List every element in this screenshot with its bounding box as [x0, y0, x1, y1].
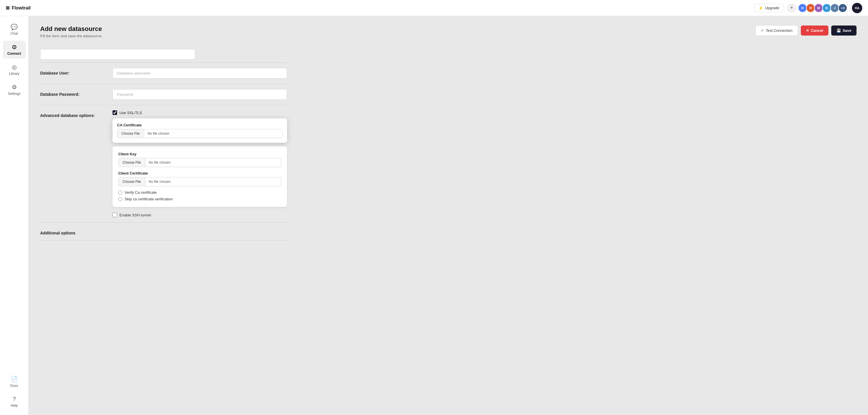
test-icon: ✓ [761, 28, 764, 33]
sidebar-item-connect-label: Connect [7, 51, 21, 56]
user-avatar: HA [852, 3, 862, 13]
enable-ssh-label[interactable]: Enable SSH tunnel [119, 213, 151, 217]
verify-ca-radio[interactable] [118, 191, 122, 195]
verify-ca-label[interactable]: Verify Ca certificate [125, 190, 157, 195]
skip-ca-row: Skip ca certificate verification [118, 197, 281, 201]
save-button[interactable]: 💾 Save [831, 26, 857, 36]
form-container: Database User: Database Password: Advanc… [40, 46, 287, 241]
ca-certificate-section: CA Certificate Choose File No file chose… [113, 118, 287, 143]
additional-options-row: Additional options [40, 223, 287, 241]
client-certificate-label: Client Certificate [118, 171, 281, 175]
help-icon: ? [12, 396, 16, 403]
sidebar-item-help[interactable]: ? Help [3, 393, 26, 410]
database-password-input[interactable] [113, 89, 287, 100]
ca-certificate-label: CA Certificate [117, 123, 282, 127]
client-key-label: Client Key [118, 152, 281, 156]
database-user-label: Database User: [40, 68, 103, 75]
cancel-icon: ✕ [806, 28, 809, 33]
upgrade-button[interactable]: ⚡ Upgrade [754, 4, 784, 12]
upgrade-label: Upgrade [765, 6, 779, 10]
client-certificate-row: Client Certificate Choose File No file c… [118, 171, 281, 186]
use-ssl-row: Use SSL/TLS [113, 110, 287, 115]
client-key-choose-btn[interactable]: Choose File [119, 158, 145, 167]
header: ⊞ Flowtrail ⚡ Upgrade + H H M B J +3 HA [0, 0, 868, 16]
page-actions: ✓ Test Connection ✕ Cancel 💾 Save [755, 25, 857, 36]
page-title-area: Add new datasource Fill the form and sav… [40, 25, 103, 38]
additional-options-label: Additional options [40, 228, 103, 235]
database-user-row: Database User: [40, 63, 287, 84]
client-key-row: Client Key Choose File No file chosen [118, 152, 281, 167]
cancel-button[interactable]: ✕ Cancel [801, 26, 828, 36]
save-label: Save [843, 28, 851, 33]
page-subtitle: Fill the form and save the datasource. [40, 34, 103, 38]
hidden-top-input [40, 49, 195, 60]
bolt-icon: ⚡ [758, 6, 763, 10]
sidebar-item-docs-label: Docs [10, 384, 18, 388]
verify-ca-row: Verify Ca certificate [118, 190, 281, 195]
use-ssl-label[interactable]: Use SSL/TLS [119, 111, 142, 115]
enable-ssh-checkbox[interactable] [113, 213, 117, 217]
sidebar-item-settings-label: Settings [8, 92, 20, 96]
sidebar: 💬 Chat ⊙ Connect ◎ Library ⚙ Settings 📄 … [0, 16, 29, 415]
page-header: Add new datasource Fill the form and sav… [40, 25, 857, 38]
sidebar-item-library-label: Library [9, 72, 20, 76]
app-name: Flowtrail [12, 5, 31, 11]
client-certificate-choose-btn[interactable]: Choose File [119, 177, 145, 186]
ssh-tunnel-row: Enable SSH tunnel [113, 213, 287, 217]
sidebar-item-chat[interactable]: 💬 Chat [3, 21, 26, 38]
advanced-options-field: Use SSL/TLS CA Certificate Choose File N… [113, 110, 287, 217]
docs-icon: 📄 [11, 376, 18, 383]
skip-ca-label[interactable]: Skip ca certificate verification [125, 197, 173, 201]
cancel-label: Cancel [811, 28, 823, 33]
ca-certificate-choose-btn[interactable]: Choose File [117, 129, 144, 138]
client-certificate-no-file: No file chosen [145, 177, 174, 186]
sidebar-item-library[interactable]: ◎ Library [3, 61, 26, 78]
sidebar-item-settings[interactable]: ⚙ Settings [3, 81, 26, 99]
skip-ca-radio[interactable] [118, 197, 122, 201]
use-ssl-checkbox[interactable] [113, 110, 117, 115]
client-key-no-file: No file chosen [145, 158, 174, 167]
client-key-file-wrapper: Choose File No file chosen [118, 158, 281, 167]
sidebar-item-help-label: Help [11, 404, 18, 408]
client-certificate-file-wrapper: Choose File No file chosen [118, 177, 281, 186]
chat-icon: 💬 [11, 24, 18, 30]
connect-icon: ⊙ [12, 43, 17, 50]
avatar-6: +3 [838, 3, 847, 12]
database-password-field [113, 89, 287, 100]
test-connection-button[interactable]: ✓ Test Connection [755, 25, 798, 36]
avatar-group: H H M B J +3 [800, 3, 847, 12]
database-password-label: Database Password: [40, 89, 103, 97]
test-connection-label: Test Connection [766, 28, 793, 33]
ssl-options-section: Client Key Choose File No file chosen Cl… [113, 146, 287, 207]
settings-icon: ⚙ [12, 84, 17, 91]
ca-certificate-file-wrapper: Choose File No file chosen [117, 129, 282, 138]
main-content: Add new datasource Fill the form and sav… [29, 16, 868, 415]
database-username-input[interactable] [113, 68, 287, 78]
logo-icon: ⊞ [6, 5, 9, 11]
advanced-options-label: Advanced database options: [40, 110, 103, 118]
add-member-button[interactable]: + [787, 3, 796, 12]
sidebar-item-chat-label: Chat [11, 32, 18, 36]
sidebar-item-connect[interactable]: ⊙ Connect [3, 41, 26, 59]
advanced-options-row: Advanced database options: Use SSL/TLS C… [40, 105, 287, 223]
database-user-field [113, 68, 287, 78]
ca-certificate-no-file: No file chosen [144, 129, 173, 138]
ssl-verify-group: Verify Ca certificate Skip ca certificat… [118, 190, 281, 201]
library-icon: ◎ [12, 64, 17, 70]
app-logo: ⊞ Flowtrail [6, 5, 31, 11]
save-icon: 💾 [836, 28, 841, 33]
page-title: Add new datasource [40, 25, 103, 33]
sidebar-item-docs[interactable]: 📄 Docs [3, 373, 26, 391]
database-password-row: Database Password: [40, 84, 287, 105]
